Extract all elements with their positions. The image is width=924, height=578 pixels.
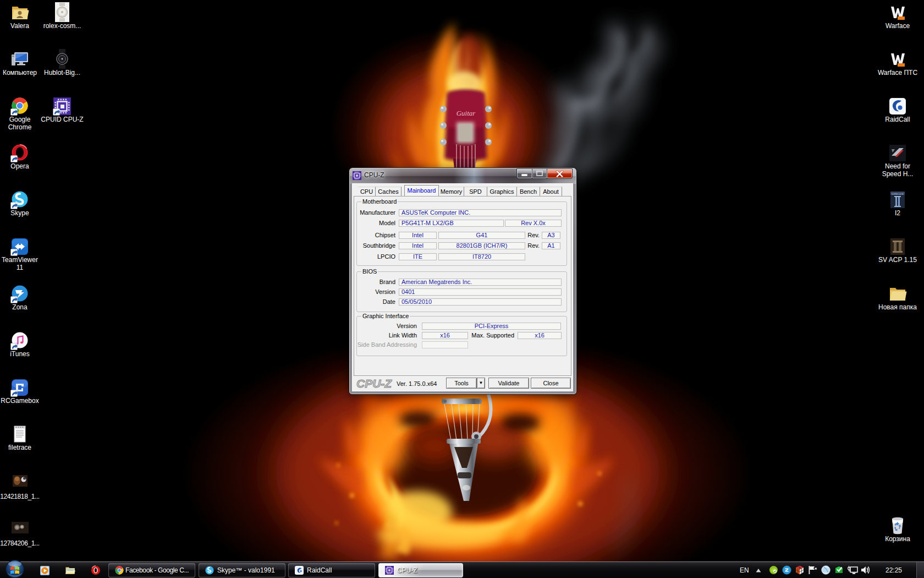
svg-text:LINEAGE: LINEAGE bbox=[892, 193, 904, 195]
svg-text:Guitar: Guitar bbox=[457, 109, 476, 117]
